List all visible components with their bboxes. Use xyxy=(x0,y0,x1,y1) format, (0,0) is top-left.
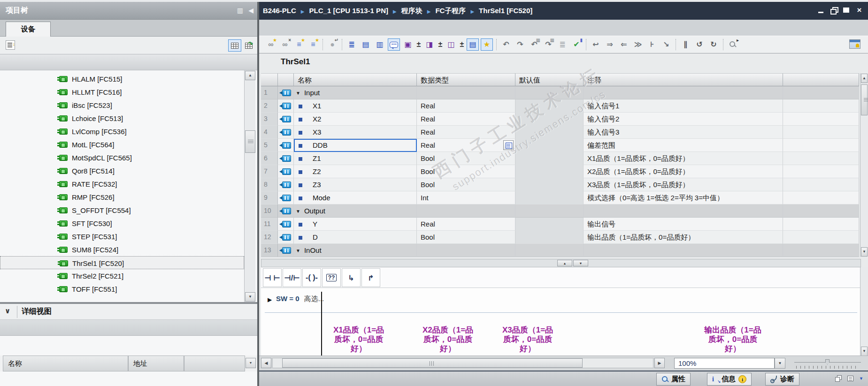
hscroll-left-icon[interactable]: ◀ xyxy=(261,358,271,368)
detail-scroll-down-icon[interactable]: ▼ xyxy=(246,358,256,368)
cell-name[interactable]: ▼Input xyxy=(294,86,417,99)
goto-definition-icon[interactable]: ↩ xyxy=(590,38,602,51)
cell-type[interactable] xyxy=(417,244,515,257)
tree-item[interactable]: SFT [FC530] xyxy=(0,217,244,230)
cell-name[interactable]: ▼Output xyxy=(294,204,417,218)
cell-tag[interactable] xyxy=(278,99,294,113)
maximize-button[interactable] xyxy=(843,7,851,14)
list-view-icon[interactable] xyxy=(847,376,853,381)
network-sequence-icon[interactable]: ≣ xyxy=(346,38,358,51)
table-row[interactable]: 11YReal输出信号 xyxy=(261,218,859,231)
coil-button[interactable]: -( )- xyxy=(302,268,321,287)
breadcrumb-item[interactable]: 程序块 xyxy=(401,7,422,15)
breadcrumb-item[interactable]: FC子程序 xyxy=(435,7,466,15)
tag-info-expand-icon[interactable]: ± xyxy=(415,38,422,51)
cell-type[interactable]: Real xyxy=(417,126,515,139)
cell-name[interactable]: Y xyxy=(294,218,417,231)
cell-com[interactable] xyxy=(584,204,783,218)
cell-tag[interactable] xyxy=(278,191,294,204)
tag-info-icon[interactable]: ▣ xyxy=(402,38,414,51)
cell-tag[interactable] xyxy=(278,113,294,126)
cell-def[interactable] xyxy=(515,218,584,231)
tree-scroll-up-icon[interactable]: ▲ xyxy=(245,71,255,80)
cell-name[interactable]: X2 xyxy=(294,113,417,126)
column-header-com[interactable]: 注释 xyxy=(584,73,783,86)
tag-address-expand-icon[interactable]: ± xyxy=(459,38,465,51)
redo-icon[interactable]: ↷ xyxy=(514,38,526,51)
absolute-operands-toggle-icon[interactable]: ▤ xyxy=(467,38,479,51)
cell-tag[interactable] xyxy=(278,165,294,178)
tab-info[interactable]: i信息i xyxy=(707,373,752,386)
comments-toggle-icon[interactable]: ⋯ xyxy=(388,38,400,51)
tree-item[interactable]: SUM8 [FC524] xyxy=(0,243,244,256)
jump-forward-icon[interactable]: ↻ xyxy=(707,38,720,51)
table-row[interactable]: 2X1Real输入信号1 xyxy=(261,99,859,113)
table-row[interactable]: 1▼Input xyxy=(261,86,859,99)
breadcrumb-item[interactable]: PLC_1 [CPU 1513-1 PN] xyxy=(309,7,388,15)
open-branch-button[interactable]: ↳ xyxy=(342,268,361,287)
ladder-scroll-down-icon[interactable]: ▼ xyxy=(861,347,868,356)
tree-scroll-down-icon[interactable]: ▼ xyxy=(245,292,255,302)
cell-num[interactable]: 3 xyxy=(261,113,278,126)
insert-row-icon[interactable]: ≡★ xyxy=(293,38,305,51)
table-row[interactable]: 12DBool输出品质（1=品质坏，0=品质好） xyxy=(261,231,859,244)
tree-item[interactable]: MotSpdCL [FC565] xyxy=(0,151,244,164)
window-layout-icon[interactable] xyxy=(849,39,860,49)
cell-com[interactable]: 输入信号2 xyxy=(584,113,783,126)
cell-tag[interactable] xyxy=(278,139,294,152)
export-view-button[interactable]: ↷ xyxy=(242,39,255,52)
nc-contact-button[interactable]: ⊣/⊢ xyxy=(283,268,301,287)
tree-item[interactable]: Lchoice [FC513] xyxy=(0,112,244,125)
cell-def[interactable] xyxy=(515,86,584,99)
download-to-device-icon[interactable]: ↶▦ xyxy=(528,38,540,51)
splitter-bar[interactable]: ▲ ▼ xyxy=(261,259,861,267)
delete-network-icon[interactable]: ↘ xyxy=(660,38,672,51)
cell-def[interactable] xyxy=(515,231,584,244)
cell-type[interactable]: Real xyxy=(417,99,515,113)
goto-next-usage-icon[interactable]: ⇒ xyxy=(604,38,616,51)
tree-scrollbar[interactable]: ▲ ▼ xyxy=(244,70,255,302)
zoom-slider-handle[interactable] xyxy=(825,359,830,365)
cell-type[interactable]: Bool xyxy=(417,178,515,191)
breadcrumb-item[interactable]: B246-PLC xyxy=(263,7,296,15)
cell-num[interactable]: 4 xyxy=(261,126,278,139)
cell-def[interactable] xyxy=(515,165,584,178)
table-row[interactable]: 9ModeInt模式选择（0=高选 1=低选 2=平均 3=中值） xyxy=(261,191,859,204)
detail-col-name[interactable]: 名称 xyxy=(3,356,128,371)
insert-watch-icon[interactable]: ∞★ xyxy=(265,38,277,51)
breadcrumb-item[interactable]: ThrSel1 [FC520] xyxy=(479,7,532,15)
compare-icon[interactable]: ≣ xyxy=(556,38,568,51)
cell-name[interactable]: Z1 xyxy=(294,152,417,165)
table-scrollbar[interactable]: ▲ ▼ xyxy=(860,73,868,257)
cell-def[interactable] xyxy=(515,113,584,126)
tree-item[interactable]: ThrSel2 [FC521] xyxy=(0,269,244,282)
cell-num[interactable]: 11 xyxy=(261,218,278,231)
cell-num[interactable]: 12 xyxy=(261,231,278,244)
tree-item[interactable]: ThrSel1 [FC520] xyxy=(0,256,244,269)
column-header-def[interactable]: 默认值 xyxy=(515,73,584,86)
table-row[interactable]: 13▼InOut xyxy=(261,244,859,257)
table-view-button[interactable] xyxy=(228,39,241,52)
tree-item[interactable]: LvlComp [FC536] xyxy=(0,125,244,138)
table-row[interactable]: 6Z1BoolX1品质（1=品质坏，0=品质好） xyxy=(261,152,859,165)
delete-watch-icon[interactable]: ∞× xyxy=(279,38,291,51)
insert-network-icon[interactable]: ⊦ xyxy=(646,38,658,51)
table-scroll-thumb[interactable] xyxy=(861,84,868,115)
goto-previous-usage-icon[interactable]: ⇐ xyxy=(618,38,630,51)
type-browse-button[interactable] xyxy=(503,140,514,150)
pause-icon[interactable]: ∥ xyxy=(679,38,691,51)
cell-def[interactable] xyxy=(515,152,584,165)
cell-name[interactable]: Z3 xyxy=(294,178,417,191)
tree-item[interactable]: HLALM [FC515] xyxy=(0,72,244,85)
tree-item[interactable]: S_OFFDT [FC554] xyxy=(0,204,244,217)
cell-def[interactable] xyxy=(515,204,584,218)
hscroll-right-icon[interactable]: ▶ xyxy=(654,358,665,368)
tree-item[interactable]: RMP [FC526] xyxy=(0,190,244,204)
tree-item[interactable]: TOFF [FC551] xyxy=(0,282,244,295)
cell-num[interactable]: 1 xyxy=(261,86,278,99)
cell-num[interactable]: 5 xyxy=(261,139,278,152)
cell-com[interactable]: 偏差范围 xyxy=(584,139,783,152)
cell-num[interactable]: 6 xyxy=(261,152,278,165)
cell-type[interactable]: Int xyxy=(417,191,515,204)
tree-item[interactable]: STEP [FC531] xyxy=(0,230,244,243)
